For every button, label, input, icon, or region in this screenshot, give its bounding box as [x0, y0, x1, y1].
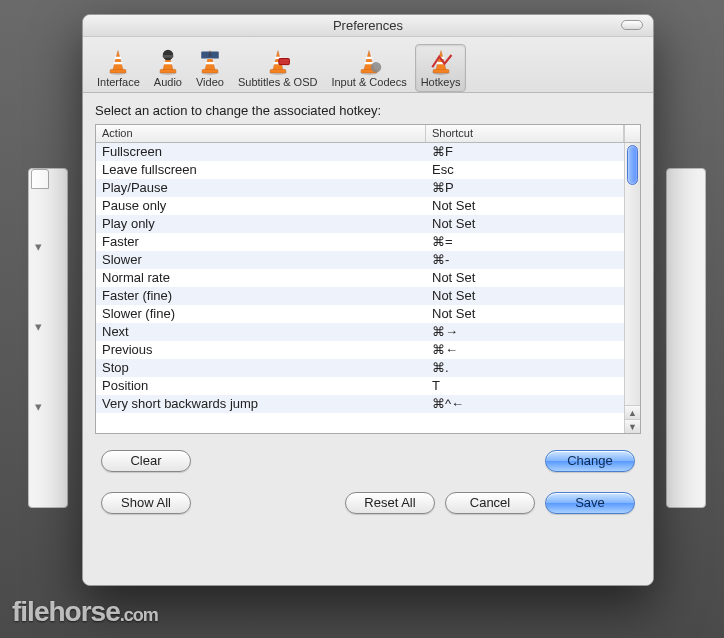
cell-shortcut: Not Set	[426, 197, 624, 215]
table-row[interactable]: Slower (fine) Not Set	[96, 305, 624, 323]
scroll-corner	[624, 125, 640, 142]
table-row[interactable]: Fullscreen ⌘F	[96, 143, 624, 161]
cell-shortcut: ⌘.	[426, 359, 624, 377]
table-row[interactable]: Previous ⌘←	[96, 341, 624, 359]
traffic-cone-icon	[196, 48, 224, 76]
table-row[interactable]: Normal rate Not Set	[96, 269, 624, 287]
svg-rect-16	[202, 69, 218, 73]
table-row[interactable]: Play only Not Set	[96, 215, 624, 233]
background-window-right	[666, 168, 706, 508]
cell-shortcut: ⌘^←	[426, 395, 624, 413]
table-row[interactable]: Leave fullscreen Esc	[96, 161, 624, 179]
cell-action: Fullscreen	[96, 143, 426, 161]
cell-action: Pause only	[96, 197, 426, 215]
cell-shortcut: Not Set	[426, 287, 624, 305]
cancel-button[interactable]: Cancel	[445, 492, 535, 514]
cell-shortcut: ⌘F	[426, 143, 624, 161]
titlebar[interactable]: Preferences	[83, 15, 653, 37]
save-button[interactable]: Save	[545, 492, 635, 514]
toolbar-item-label: Hotkeys	[421, 76, 461, 88]
cell-shortcut: Esc	[426, 161, 624, 179]
window-title: Preferences	[333, 18, 403, 33]
column-header-shortcut[interactable]: Shortcut	[426, 125, 624, 142]
show-all-button[interactable]: Show All	[101, 492, 191, 514]
table-row[interactable]: Next ⌘→	[96, 323, 624, 341]
cell-action: Play only	[96, 215, 426, 233]
vertical-scrollbar[interactable]: ▲ ▼	[624, 143, 640, 433]
table-row[interactable]: Slower ⌘-	[96, 251, 624, 269]
table-row[interactable]: Very short backwards jump ⌘^←	[96, 395, 624, 413]
traffic-cone-icon	[104, 48, 132, 76]
scrollbar-thumb[interactable]	[627, 145, 638, 185]
background-window-left: ▾ ▾ ▾	[28, 168, 68, 508]
traffic-cone-icon	[154, 48, 182, 76]
scroll-up-arrow-icon[interactable]: ▲	[625, 405, 640, 419]
toolbar-item-subtitles-osd[interactable]: Subtitles & OSD	[232, 44, 323, 92]
toolbar-item-label: Interface	[97, 76, 140, 88]
table-row[interactable]: Position T	[96, 377, 624, 395]
cell-shortcut	[426, 413, 624, 423]
cell-action: Slower	[96, 251, 426, 269]
cell-shortcut: Not Set	[426, 215, 624, 233]
cell-action: Play/Pause	[96, 179, 426, 197]
svg-point-29	[371, 62, 382, 73]
cell-action	[96, 413, 426, 423]
cell-action: Stop	[96, 359, 426, 377]
svg-rect-3	[114, 62, 123, 64]
table-row[interactable]	[96, 413, 624, 423]
hotkeys-table[interactable]: Action Shortcut Fullscreen ⌘FLeave fulls…	[95, 124, 641, 434]
toolbar-item-video[interactable]: Video	[190, 44, 230, 92]
cell-shortcut: ⌘→	[426, 323, 624, 341]
preferences-toolbar: Interface Audio Video	[83, 37, 653, 93]
table-row[interactable]: Pause only Not Set	[96, 197, 624, 215]
clear-button[interactable]: Clear	[101, 450, 191, 472]
toolbar-item-hotkeys[interactable]: Hotkeys	[415, 44, 467, 92]
row-buttons-1: Clear Change	[95, 450, 641, 472]
cell-action: Faster	[96, 233, 426, 251]
svg-rect-4	[111, 69, 127, 73]
traffic-cone-icon	[355, 48, 383, 76]
table-row[interactable]: Stop ⌘.	[96, 359, 624, 377]
svg-rect-23	[279, 59, 290, 65]
cell-action: Leave fullscreen	[96, 161, 426, 179]
preferences-window: Preferences Interface Audio	[82, 14, 654, 586]
cell-shortcut: ⌘=	[426, 233, 624, 251]
cell-shortcut: ⌘←	[426, 341, 624, 359]
table-row[interactable]: Play/Pause ⌘P	[96, 179, 624, 197]
toolbar-item-input-codecs[interactable]: Input & Codecs	[325, 44, 412, 92]
svg-marker-1	[113, 51, 124, 71]
change-button[interactable]: Change	[545, 450, 635, 472]
table-header[interactable]: Action Shortcut	[96, 125, 640, 143]
row-buttons-2: Show All Reset All Cancel Save	[95, 492, 641, 514]
cell-action: Next	[96, 323, 426, 341]
reset-all-button[interactable]: Reset All	[345, 492, 435, 514]
disclosure-triangle-icon: ▾	[35, 399, 42, 414]
background-tab	[31, 169, 49, 189]
svg-rect-34	[433, 69, 449, 73]
toolbar-item-audio[interactable]: Audio	[148, 44, 188, 92]
cell-action: Very short backwards jump	[96, 395, 426, 413]
table-row[interactable]: Faster ⌘=	[96, 233, 624, 251]
column-header-action[interactable]: Action	[96, 125, 426, 142]
svg-rect-15	[206, 62, 215, 64]
svg-rect-9	[160, 69, 176, 73]
prompt-label: Select an action to change the associate…	[95, 103, 641, 118]
scroll-down-arrow-icon[interactable]: ▼	[625, 419, 640, 433]
cell-shortcut: ⌘-	[426, 251, 624, 269]
table-row[interactable]: Faster (fine) Not Set	[96, 287, 624, 305]
disclosure-triangle-icon: ▾	[35, 239, 42, 254]
svg-rect-2	[115, 57, 121, 59]
toolbar-item-label: Input & Codecs	[331, 76, 406, 88]
svg-rect-22	[270, 69, 286, 73]
cell-shortcut: Not Set	[426, 305, 624, 323]
cell-action: Previous	[96, 341, 426, 359]
svg-rect-26	[366, 57, 372, 59]
toolbar-item-interface[interactable]: Interface	[91, 44, 146, 92]
cell-shortcut: Not Set	[426, 269, 624, 287]
toolbar-toggle-pill-icon[interactable]	[621, 20, 643, 30]
svg-rect-11	[163, 55, 174, 58]
cell-action: Slower (fine)	[96, 305, 426, 323]
desktop: ▾ ▾ ▾ Preferences Interface	[0, 0, 724, 638]
cell-action: Position	[96, 377, 426, 395]
cell-shortcut: T	[426, 377, 624, 395]
